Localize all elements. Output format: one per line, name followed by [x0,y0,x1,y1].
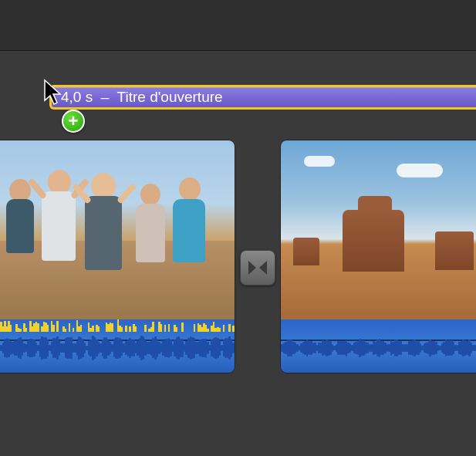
title-separator: – [101,89,110,105]
clip-1-waveform [0,336,235,360]
clip-1-audio-track[interactable] [0,319,235,373]
video-clip-1[interactable] [0,140,235,373]
title-clip[interactable]: 4,0 s – Titre d'ouverture [49,85,476,110]
title-duration: 4,0 s [61,89,93,105]
transition-cross-dissolve[interactable] [240,250,275,285]
transition-icon [247,258,268,277]
clip-2-thumbnail [281,140,476,319]
app-toolbar-area [0,0,476,51]
clip-1-peak-indicators [0,319,235,332]
clip-1-thumbnail [0,140,235,319]
add-drop-indicator: + [62,110,85,133]
title-name: Titre d'ouverture [117,89,223,105]
title-clip-label: 4,0 s – Titre d'ouverture [61,89,223,106]
video-clip-2[interactable] [281,140,476,373]
clip-2-audio-track[interactable] [281,319,476,373]
plus-icon: + [69,111,79,131]
clip-2-waveform [281,336,476,360]
